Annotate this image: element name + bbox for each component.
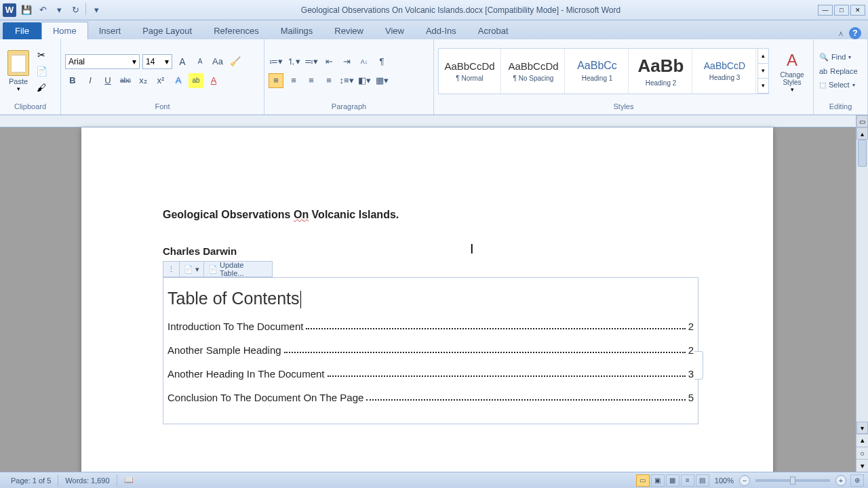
zoom-thumb[interactable] (790, 476, 795, 485)
superscript-button[interactable]: x² (153, 73, 168, 88)
toc-entry[interactable]: Introduction To The Document2 (167, 321, 694, 332)
font-size-select[interactable]: 14▾ (142, 54, 172, 69)
justify-button[interactable]: ≡ (321, 73, 336, 88)
document-author[interactable]: Charles Darwin (163, 245, 692, 257)
tab-page-layout[interactable]: Page Layout (132, 22, 203, 39)
change-case-button[interactable]: Aa (210, 54, 225, 69)
zoom-out-button[interactable]: − (739, 475, 750, 486)
scroll-up-icon[interactable]: ▴ (856, 127, 868, 140)
shading-button[interactable]: ◧▾ (357, 73, 372, 88)
cut-icon[interactable]: ✂ (35, 49, 47, 61)
align-right-button[interactable]: ≡ (304, 73, 319, 88)
clear-formatting-button[interactable]: 🧹 (228, 54, 243, 69)
toc-heading[interactable]: Table of Contents (167, 289, 694, 308)
scroll-thumb[interactable] (858, 140, 867, 167)
document-title[interactable]: Geological Observations On Volcanic Isla… (163, 209, 692, 221)
save-icon[interactable]: 💾 (19, 3, 34, 18)
word-count[interactable]: Words: 1,690 (58, 474, 117, 487)
tab-review[interactable]: Review (323, 22, 374, 39)
tab-acrobat[interactable]: Acrobat (467, 22, 519, 39)
tab-insert[interactable]: Insert (88, 22, 132, 39)
decrease-indent-button[interactable]: ⇤ (321, 54, 336, 69)
style-heading-1[interactable]: AaBbCcHeading 1 (566, 49, 629, 94)
toc-entry[interactable]: Conclusion To The Document On The Page5 (167, 392, 694, 403)
shrink-font-button[interactable]: A (193, 54, 208, 69)
chevron-down-icon[interactable]: ▾ (52, 3, 66, 18)
close-button[interactable]: ✕ (850, 5, 865, 16)
bold-button[interactable]: B (65, 73, 80, 88)
scroll-down-icon[interactable]: ▾ (758, 64, 768, 79)
help-icon[interactable]: ? (849, 27, 861, 39)
borders-button[interactable]: ▦▾ (374, 73, 389, 88)
text-effects-button[interactable]: A (171, 73, 186, 88)
expand-gallery-icon[interactable]: ▾ (758, 79, 768, 94)
copy-icon[interactable]: 📄 (35, 65, 47, 77)
scroll-up-icon[interactable]: ▴ (758, 49, 768, 64)
strikethrough-button[interactable]: abc (118, 73, 133, 88)
line-spacing-button[interactable]: ↕≡▾ (339, 73, 354, 88)
show-marks-button[interactable]: ¶ (374, 54, 389, 69)
minimize-ribbon-icon[interactable]: ⋏ (838, 29, 844, 38)
subscript-button[interactable]: x₂ (136, 73, 151, 88)
select-button[interactable]: ⬚Select▾ (818, 79, 859, 91)
vertical-scrollbar[interactable]: ▭ ▴ ▾ ▴ ○ ▾ (856, 115, 868, 472)
proofing-icon[interactable]: 📖 (117, 474, 140, 487)
previous-page-icon[interactable]: ▴ (856, 434, 868, 447)
toc-entry[interactable]: Another Heading In The Document3 (167, 368, 694, 380)
grow-font-button[interactable]: A (175, 54, 190, 69)
replace-button[interactable]: abReplace (818, 66, 859, 77)
toc-menu-button[interactable]: 📄▾ (180, 262, 204, 277)
find-button[interactable]: 🔍Find▾ (818, 52, 859, 63)
change-styles-button[interactable]: A Change Styles ▾ (776, 49, 808, 93)
zoom-in-button[interactable]: + (835, 475, 846, 486)
bullets-button[interactable]: ≔▾ (269, 54, 283, 69)
redo-icon[interactable]: ↻ (68, 3, 83, 18)
tab-home[interactable]: Home (41, 22, 88, 39)
page[interactable]: Geological Observations On Volcanic Isla… (81, 127, 773, 472)
sort-button[interactable]: A↓ (357, 54, 372, 69)
font-color-button[interactable]: A (206, 73, 221, 88)
next-page-icon[interactable]: ▾ (856, 459, 868, 472)
tab-file[interactable]: File (3, 22, 41, 39)
style-normal[interactable]: AaBbCcDd¶ Normal (439, 49, 501, 94)
outline-view-icon[interactable]: ≡ (681, 474, 694, 487)
underline-button[interactable]: U (100, 73, 115, 88)
font-name-select[interactable]: Arial▾ (65, 54, 140, 69)
web-layout-view-icon[interactable]: ▦ (666, 474, 679, 487)
tab-view[interactable]: View (374, 22, 415, 39)
align-center-button[interactable]: ≡ (286, 73, 301, 88)
tab-addins[interactable]: Add-Ins (415, 22, 467, 39)
toc-handle-icon[interactable]: ⋮ (163, 262, 180, 277)
print-layout-view-icon[interactable]: ▭ (636, 474, 650, 487)
zoom-level[interactable]: 100% (715, 476, 734, 485)
undo-icon[interactable]: ↶ (35, 3, 50, 18)
align-left-button[interactable]: ≡ (269, 73, 283, 88)
customize-qat-icon[interactable]: ▾ (89, 3, 104, 18)
format-painter-icon[interactable]: 🖌 (35, 81, 47, 94)
style-heading-3[interactable]: AaBbCcDHeading 3 (694, 49, 756, 94)
tab-mailings[interactable]: Mailings (270, 22, 324, 39)
fullscreen-reading-view-icon[interactable]: ▣ (651, 474, 665, 487)
toc-container[interactable]: Table of Contents Introduction To The Do… (163, 277, 698, 424)
highlight-button[interactable]: ab (189, 73, 203, 88)
tab-references[interactable]: References (203, 22, 269, 39)
toc-entry[interactable]: Another Sample Heading2 (167, 344, 694, 356)
browse-object-icon[interactable]: ○ (856, 447, 868, 460)
update-table-button[interactable]: 📄Update Table... (204, 262, 272, 277)
ruler-horizontal[interactable] (0, 115, 868, 127)
ruler-toggle-icon[interactable]: ▭ (856, 115, 868, 127)
zoom-slider[interactable] (755, 479, 830, 482)
numbering-button[interactable]: ⒈▾ (286, 54, 301, 69)
zoom-dialog-icon[interactable]: ⊕ (850, 474, 864, 487)
increase-indent-button[interactable]: ⇥ (339, 54, 354, 69)
multilevel-list-button[interactable]: ≕▾ (304, 54, 319, 69)
minimize-button[interactable]: — (818, 5, 833, 16)
draft-view-icon[interactable]: ▤ (696, 474, 709, 487)
page-indicator[interactable]: Page: 1 of 5 (4, 474, 58, 487)
paste-button[interactable]: Paste ▾ (4, 50, 33, 92)
maximize-button[interactable]: □ (834, 5, 849, 16)
italic-button[interactable]: I (83, 73, 98, 88)
style-heading-2[interactable]: AaBbHeading 2 (630, 49, 692, 94)
style-no-spacing[interactable]: AaBbCcDd¶ No Spacing (502, 49, 565, 94)
scroll-down-icon[interactable]: ▾ (856, 422, 868, 434)
